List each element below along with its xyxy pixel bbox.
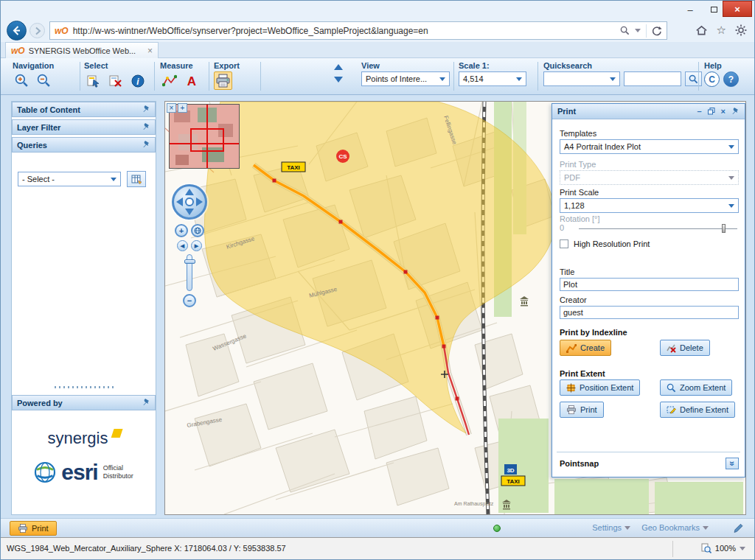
- print-scale-select[interactable]: 1,128: [560, 198, 739, 213]
- browser-tab[interactable]: wO SYNERGIS WebOffice Web... ×: [5, 42, 159, 58]
- close-panel-icon[interactable]: ×: [721, 107, 726, 116]
- back-button[interactable]: [7, 21, 27, 41]
- gear-icon[interactable]: [735, 24, 747, 36]
- query-select[interactable]: - Select -: [18, 172, 121, 186]
- zoom-slider[interactable]: [187, 254, 192, 291]
- creator-label: Creator: [560, 295, 587, 304]
- identify-tool[interactable]: i: [128, 71, 147, 90]
- quicksearch-button[interactable]: [685, 71, 702, 86]
- zoom-in-tool[interactable]: [13, 71, 31, 90]
- print-button[interactable]: Print: [560, 402, 604, 418]
- pan-compass[interactable]: [172, 184, 207, 220]
- minimize-icon: –: [687, 4, 692, 15]
- select-features-tool[interactable]: [84, 71, 102, 90]
- address-bar[interactable]: wO http://w-ws-wintner/WebOffice/synserv…: [49, 21, 667, 40]
- full-extent-button[interactable]: [191, 224, 204, 237]
- overview-map[interactable]: [169, 104, 240, 169]
- minimize-panel-icon[interactable]: –: [697, 107, 701, 116]
- quicksearch-select[interactable]: [543, 71, 620, 86]
- search-icon[interactable]: [620, 26, 630, 35]
- quicksearch-input[interactable]: [624, 71, 681, 86]
- print-task-button[interactable]: Print: [10, 521, 57, 536]
- edit-tool-button[interactable]: [733, 522, 744, 536]
- forward-button[interactable]: [29, 23, 45, 38]
- measure-group-label: Measure: [160, 61, 201, 70]
- geo-bookmarks-menu[interactable]: Geo Bookmarks: [641, 523, 709, 532]
- scroll-down-icon[interactable]: [334, 77, 343, 83]
- pan-south-icon[interactable]: [185, 209, 194, 215]
- pin-icon[interactable]: [142, 399, 150, 407]
- search-icon: [689, 74, 698, 84]
- favorites-star-icon[interactable]: ☆: [717, 24, 726, 37]
- zoom-control[interactable]: 100%: [701, 543, 745, 553]
- view-select[interactable]: Points of Intere...: [361, 71, 450, 86]
- zoom-out-button[interactable]: −: [183, 294, 196, 307]
- previous-extent-button[interactable]: ◀: [177, 240, 188, 251]
- next-extent-button[interactable]: ▶: [191, 240, 202, 251]
- restore-panel-icon[interactable]: [708, 108, 715, 115]
- pin-icon[interactable]: [731, 108, 740, 116]
- high-resolution-label: High Resolution Print: [574, 239, 650, 248]
- creator-input[interactable]: [560, 306, 739, 319]
- esri-logo: esri Official Distributor: [12, 461, 156, 483]
- add-text-tool[interactable]: A: [182, 71, 201, 90]
- contact-button[interactable]: C: [704, 71, 720, 87]
- zoom-in-button[interactable]: +: [175, 224, 188, 237]
- title-input[interactable]: [560, 278, 739, 291]
- print-panel-header[interactable]: Print – ×: [552, 104, 745, 119]
- url-text[interactable]: http://w-ws-wintner/WebOffice/synserver?…: [73, 26, 616, 36]
- tab-close-icon[interactable]: ×: [147, 46, 153, 56]
- clear-selection-tool[interactable]: [106, 71, 125, 90]
- zoom-out-tool[interactable]: [35, 71, 53, 90]
- define-extent-button[interactable]: Define Extent: [660, 402, 735, 418]
- pin-icon[interactable]: [142, 123, 150, 131]
- create-indexline-button[interactable]: Create: [560, 340, 611, 356]
- sidebar-splitter[interactable]: [12, 385, 156, 389]
- toolbar-group-help: Help C ?: [704, 61, 739, 87]
- help-button[interactable]: ?: [723, 71, 739, 87]
- select-features-icon: [86, 74, 101, 88]
- templates-select[interactable]: A4 Portrait Index Plot: [560, 139, 739, 154]
- overview-controls: × +: [167, 103, 187, 113]
- toolbar-scroll-buttons: [334, 64, 343, 83]
- scroll-up-icon[interactable]: [334, 64, 343, 70]
- toolbar-separator: [260, 62, 261, 91]
- clear-selection-icon: [108, 74, 123, 88]
- pan-east-icon[interactable]: [196, 197, 203, 206]
- zoom-extent-button[interactable]: Zoom Extent: [660, 379, 732, 396]
- queries-panel-header[interactable]: Queries: [12, 137, 156, 153]
- overview-close-icon[interactable]: ×: [167, 103, 176, 113]
- table-of-content-panel-header[interactable]: Table of Content: [12, 102, 156, 117]
- settings-menu[interactable]: Settings: [592, 523, 630, 532]
- pointsnap-expand-button[interactable]: »: [726, 458, 739, 469]
- print-tool[interactable]: [214, 71, 232, 90]
- templates-value: A4 Portrait Index Plot: [564, 142, 641, 151]
- search-dropdown-icon[interactable]: [635, 29, 641, 32]
- pan-center-icon[interactable]: [185, 197, 194, 206]
- scale-select[interactable]: 4,514: [459, 71, 526, 86]
- delete-label: Delete: [680, 343, 703, 352]
- refresh-icon[interactable]: [652, 26, 662, 36]
- rotation-slider-handle[interactable]: [722, 224, 726, 233]
- position-extent-button[interactable]: Position Extent: [560, 379, 640, 396]
- layer-filter-panel-header[interactable]: Layer Filter: [12, 119, 156, 135]
- pin-icon[interactable]: [142, 141, 150, 149]
- measure-tool[interactable]: [160, 71, 178, 90]
- rotation-slider-track[interactable]: [579, 228, 737, 229]
- zoom-slider-handle[interactable]: [184, 259, 195, 264]
- window-maximize-button[interactable]: [703, 2, 725, 17]
- window-minimize-button[interactable]: –: [679, 2, 701, 17]
- pin-icon[interactable]: [142, 105, 150, 113]
- map-viewport[interactable]: TAXI CS 3D TAXI Fellingasse Kir: [164, 101, 746, 515]
- overview-move-icon[interactable]: +: [178, 103, 187, 113]
- pan-north-icon[interactable]: [185, 189, 194, 195]
- high-resolution-checkbox[interactable]: [560, 239, 568, 248]
- delete-indexline-button[interactable]: Delete: [660, 340, 710, 356]
- query-table-button[interactable]: [127, 171, 146, 187]
- window-close-button[interactable]: ×: [723, 1, 752, 17]
- powered-by-panel-header[interactable]: Powered by: [12, 395, 156, 410]
- svg-text:TAXI: TAXI: [287, 164, 300, 171]
- pan-west-icon[interactable]: [176, 197, 183, 206]
- home-icon[interactable]: [695, 24, 708, 36]
- window-titlebar[interactable]: – ×: [1, 1, 754, 20]
